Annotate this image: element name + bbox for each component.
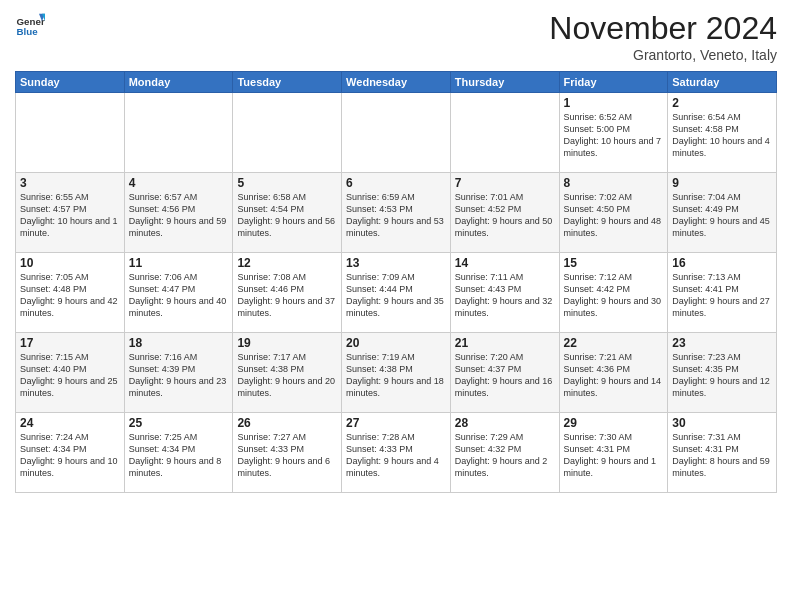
calendar-day-cell: 16Sunrise: 7:13 AM Sunset: 4:41 PM Dayli…: [668, 253, 777, 333]
logo: General Blue: [15, 10, 45, 40]
day-number: 16: [672, 256, 772, 270]
day-number: 3: [20, 176, 120, 190]
calendar-day-cell: [342, 93, 451, 173]
calendar-day-cell: 1Sunrise: 6:52 AM Sunset: 5:00 PM Daylig…: [559, 93, 668, 173]
calendar-day-cell: [450, 93, 559, 173]
calendar-day-cell: 10Sunrise: 7:05 AM Sunset: 4:48 PM Dayli…: [16, 253, 125, 333]
calendar-day-header: Saturday: [668, 72, 777, 93]
location: Grantorto, Veneto, Italy: [549, 47, 777, 63]
title-block: November 2024 Grantorto, Veneto, Italy: [549, 10, 777, 63]
calendar-day-cell: 29Sunrise: 7:30 AM Sunset: 4:31 PM Dayli…: [559, 413, 668, 493]
calendar-day-cell: 11Sunrise: 7:06 AM Sunset: 4:47 PM Dayli…: [124, 253, 233, 333]
day-info: Sunrise: 6:54 AM Sunset: 4:58 PM Dayligh…: [672, 111, 772, 160]
calendar-day-cell: 2Sunrise: 6:54 AM Sunset: 4:58 PM Daylig…: [668, 93, 777, 173]
page-header: General Blue November 2024 Grantorto, Ve…: [15, 10, 777, 63]
day-number: 7: [455, 176, 555, 190]
day-info: Sunrise: 7:30 AM Sunset: 4:31 PM Dayligh…: [564, 431, 664, 480]
calendar-day-cell: 24Sunrise: 7:24 AM Sunset: 4:34 PM Dayli…: [16, 413, 125, 493]
day-info: Sunrise: 7:06 AM Sunset: 4:47 PM Dayligh…: [129, 271, 229, 320]
day-number: 29: [564, 416, 664, 430]
day-number: 23: [672, 336, 772, 350]
calendar-day-cell: 27Sunrise: 7:28 AM Sunset: 4:33 PM Dayli…: [342, 413, 451, 493]
day-number: 13: [346, 256, 446, 270]
calendar-week-row: 10Sunrise: 7:05 AM Sunset: 4:48 PM Dayli…: [16, 253, 777, 333]
day-info: Sunrise: 7:11 AM Sunset: 4:43 PM Dayligh…: [455, 271, 555, 320]
calendar-day-cell: 22Sunrise: 7:21 AM Sunset: 4:36 PM Dayli…: [559, 333, 668, 413]
calendar-day-cell: 26Sunrise: 7:27 AM Sunset: 4:33 PM Dayli…: [233, 413, 342, 493]
calendar-day-cell: 23Sunrise: 7:23 AM Sunset: 4:35 PM Dayli…: [668, 333, 777, 413]
calendar-day-cell: 21Sunrise: 7:20 AM Sunset: 4:37 PM Dayli…: [450, 333, 559, 413]
day-number: 18: [129, 336, 229, 350]
calendar-week-row: 17Sunrise: 7:15 AM Sunset: 4:40 PM Dayli…: [16, 333, 777, 413]
calendar-day-cell: 14Sunrise: 7:11 AM Sunset: 4:43 PM Dayli…: [450, 253, 559, 333]
calendar-day-header: Wednesday: [342, 72, 451, 93]
day-info: Sunrise: 7:28 AM Sunset: 4:33 PM Dayligh…: [346, 431, 446, 480]
day-info: Sunrise: 7:24 AM Sunset: 4:34 PM Dayligh…: [20, 431, 120, 480]
calendar-day-cell: 7Sunrise: 7:01 AM Sunset: 4:52 PM Daylig…: [450, 173, 559, 253]
logo-icon: General Blue: [15, 10, 45, 40]
calendar-day-header: Monday: [124, 72, 233, 93]
calendar-week-row: 3Sunrise: 6:55 AM Sunset: 4:57 PM Daylig…: [16, 173, 777, 253]
day-info: Sunrise: 7:19 AM Sunset: 4:38 PM Dayligh…: [346, 351, 446, 400]
day-number: 21: [455, 336, 555, 350]
day-number: 10: [20, 256, 120, 270]
day-number: 19: [237, 336, 337, 350]
day-number: 15: [564, 256, 664, 270]
calendar-day-header: Tuesday: [233, 72, 342, 93]
day-number: 20: [346, 336, 446, 350]
day-info: Sunrise: 7:27 AM Sunset: 4:33 PM Dayligh…: [237, 431, 337, 480]
calendar-day-cell: 3Sunrise: 6:55 AM Sunset: 4:57 PM Daylig…: [16, 173, 125, 253]
calendar-day-cell: [16, 93, 125, 173]
day-info: Sunrise: 7:25 AM Sunset: 4:34 PM Dayligh…: [129, 431, 229, 480]
calendar-day-cell: 25Sunrise: 7:25 AM Sunset: 4:34 PM Dayli…: [124, 413, 233, 493]
calendar-day-cell: 8Sunrise: 7:02 AM Sunset: 4:50 PM Daylig…: [559, 173, 668, 253]
day-info: Sunrise: 7:08 AM Sunset: 4:46 PM Dayligh…: [237, 271, 337, 320]
day-info: Sunrise: 7:05 AM Sunset: 4:48 PM Dayligh…: [20, 271, 120, 320]
day-info: Sunrise: 7:21 AM Sunset: 4:36 PM Dayligh…: [564, 351, 664, 400]
calendar-day-cell: 17Sunrise: 7:15 AM Sunset: 4:40 PM Dayli…: [16, 333, 125, 413]
calendar-day-cell: 12Sunrise: 7:08 AM Sunset: 4:46 PM Dayli…: [233, 253, 342, 333]
calendar-day-cell: [233, 93, 342, 173]
day-number: 11: [129, 256, 229, 270]
day-number: 17: [20, 336, 120, 350]
day-number: 22: [564, 336, 664, 350]
calendar-day-cell: 18Sunrise: 7:16 AM Sunset: 4:39 PM Dayli…: [124, 333, 233, 413]
day-info: Sunrise: 7:20 AM Sunset: 4:37 PM Dayligh…: [455, 351, 555, 400]
calendar-week-row: 1Sunrise: 6:52 AM Sunset: 5:00 PM Daylig…: [16, 93, 777, 173]
calendar-header-row: SundayMondayTuesdayWednesdayThursdayFrid…: [16, 72, 777, 93]
calendar-day-cell: [124, 93, 233, 173]
day-info: Sunrise: 7:02 AM Sunset: 4:50 PM Dayligh…: [564, 191, 664, 240]
day-number: 5: [237, 176, 337, 190]
day-info: Sunrise: 7:04 AM Sunset: 4:49 PM Dayligh…: [672, 191, 772, 240]
day-number: 24: [20, 416, 120, 430]
calendar-day-cell: 15Sunrise: 7:12 AM Sunset: 4:42 PM Dayli…: [559, 253, 668, 333]
calendar-day-header: Sunday: [16, 72, 125, 93]
calendar-day-cell: 28Sunrise: 7:29 AM Sunset: 4:32 PM Dayli…: [450, 413, 559, 493]
day-number: 2: [672, 96, 772, 110]
svg-text:Blue: Blue: [17, 26, 39, 37]
calendar-day-cell: 9Sunrise: 7:04 AM Sunset: 4:49 PM Daylig…: [668, 173, 777, 253]
day-number: 25: [129, 416, 229, 430]
day-number: 4: [129, 176, 229, 190]
calendar-day-header: Friday: [559, 72, 668, 93]
day-info: Sunrise: 6:58 AM Sunset: 4:54 PM Dayligh…: [237, 191, 337, 240]
day-info: Sunrise: 7:29 AM Sunset: 4:32 PM Dayligh…: [455, 431, 555, 480]
day-number: 26: [237, 416, 337, 430]
calendar-day-cell: 4Sunrise: 6:57 AM Sunset: 4:56 PM Daylig…: [124, 173, 233, 253]
day-number: 9: [672, 176, 772, 190]
calendar-day-cell: 30Sunrise: 7:31 AM Sunset: 4:31 PM Dayli…: [668, 413, 777, 493]
day-number: 14: [455, 256, 555, 270]
day-info: Sunrise: 7:31 AM Sunset: 4:31 PM Dayligh…: [672, 431, 772, 480]
day-info: Sunrise: 6:52 AM Sunset: 5:00 PM Dayligh…: [564, 111, 664, 160]
day-number: 12: [237, 256, 337, 270]
day-info: Sunrise: 7:13 AM Sunset: 4:41 PM Dayligh…: [672, 271, 772, 320]
calendar-table: SundayMondayTuesdayWednesdayThursdayFrid…: [15, 71, 777, 493]
day-number: 28: [455, 416, 555, 430]
calendar-day-cell: 5Sunrise: 6:58 AM Sunset: 4:54 PM Daylig…: [233, 173, 342, 253]
day-info: Sunrise: 7:16 AM Sunset: 4:39 PM Dayligh…: [129, 351, 229, 400]
day-info: Sunrise: 6:59 AM Sunset: 4:53 PM Dayligh…: [346, 191, 446, 240]
day-info: Sunrise: 6:55 AM Sunset: 4:57 PM Dayligh…: [20, 191, 120, 240]
calendar-day-cell: 13Sunrise: 7:09 AM Sunset: 4:44 PM Dayli…: [342, 253, 451, 333]
calendar-day-cell: 20Sunrise: 7:19 AM Sunset: 4:38 PM Dayli…: [342, 333, 451, 413]
day-number: 30: [672, 416, 772, 430]
